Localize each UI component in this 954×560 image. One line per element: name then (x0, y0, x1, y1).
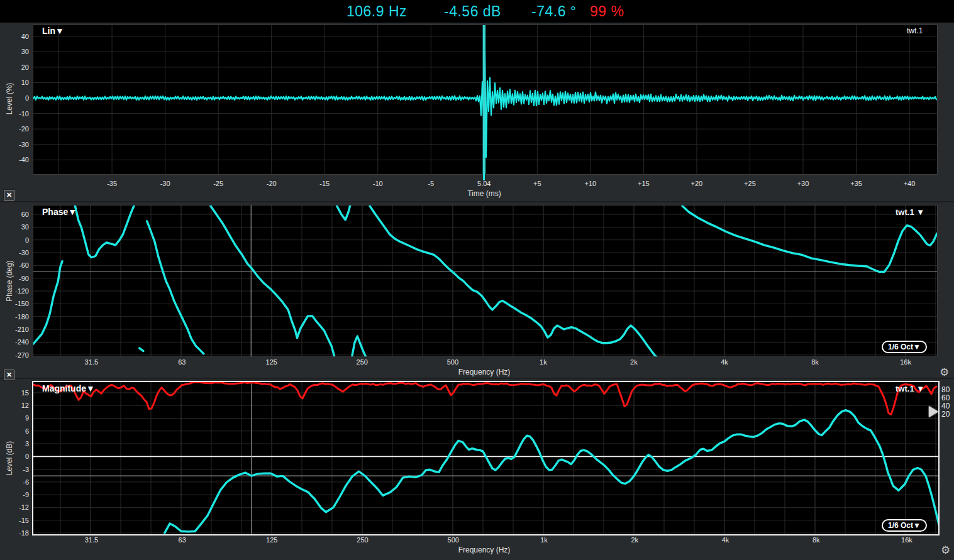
readout-frequency: 106.9 Hz (347, 3, 407, 20)
impulse-x-axis-title: Time (ms) (421, 189, 547, 198)
magnitude-y-tick: -6 (3, 478, 29, 486)
magnitude-trace (165, 410, 938, 534)
impulse-y-tick: -30 (3, 141, 29, 148)
impulse-time-tick: -15 (307, 180, 342, 187)
phase-smoothing-dropdown[interactable]: 1/6 Oct▼ (882, 341, 927, 353)
phase-y-tick: -30 (3, 249, 29, 256)
magnitude-y-tick: 0 (3, 453, 29, 460)
phase-freq-tick: 31.5 (74, 358, 109, 366)
magnitude-y-tick: -9 (3, 491, 29, 498)
phase-y-tick: 0 (3, 236, 29, 244)
magnitude-freq-tick: 2k (617, 536, 652, 544)
coherence-scale-tick: 40 (941, 402, 950, 410)
magnitude-y-tick: 3 (3, 440, 29, 447)
impulse-time-tick: -20 (254, 180, 289, 187)
gear-icon[interactable]: ⚙ (940, 367, 949, 378)
magnitude-x-axis-title: Frequency (Hz) (421, 546, 547, 554)
phase-mode-dropdown[interactable]: Phase▼ (42, 207, 77, 217)
phase-trace (75, 206, 133, 258)
impulse-time-tick: -10 (360, 180, 396, 187)
analyzer-window: 106.9 Hz -4.56 dB -74.6 ° 99 % Lin▼ twt.… (0, 0, 954, 560)
impulse-time-tick: +40 (892, 180, 927, 187)
magnitude-freq-tick: 250 (345, 536, 380, 544)
phase-y-tick: -150 (3, 300, 29, 307)
impulse-time-tick: +25 (732, 180, 767, 187)
impulse-time-tick: +20 (679, 180, 714, 187)
impulse-time-tick: 5.04 (467, 180, 502, 187)
impulse-time-tick: -35 (94, 180, 130, 187)
coherence-scale-tick: 60 (941, 393, 950, 402)
phase-freq-tick: 125 (254, 358, 289, 366)
phase-freq-tick: 2k (616, 358, 652, 366)
magnitude-y-tick: 6 (3, 427, 29, 435)
phase-trace (370, 206, 658, 357)
magnitude-y-tick: -15 (3, 517, 29, 524)
phase-trace-dropdown[interactable]: twt.1 ▼ (896, 207, 924, 217)
magnitude-y-tick: 9 (3, 414, 29, 422)
phase-freq-tick: 4k (707, 358, 742, 366)
magnitude-freq-tick: 31.5 (74, 536, 109, 544)
phase-freq-tick: 250 (345, 358, 380, 366)
pane-divider (0, 201, 954, 202)
coherence-threshold-marker[interactable] (929, 406, 938, 417)
impulse-y-tick: 10 (3, 79, 29, 86)
phase-freq-tick: 63 (164, 358, 199, 366)
impulse-plot[interactable] (33, 25, 937, 174)
impulse-y-tick: 30 (3, 48, 29, 55)
phase-y-tick: 30 (3, 223, 29, 231)
phase-y-tick: -270 (3, 351, 29, 359)
magnitude-y-tick: -12 (3, 503, 29, 511)
impulse-time-tick: +35 (839, 180, 874, 187)
magnitude-y-tick: 15 (3, 389, 29, 397)
close-phase-pane-button[interactable]: ✕ (4, 190, 14, 200)
magnitude-freq-tick: 1k (526, 536, 562, 544)
magnitude-smoothing-dropdown[interactable]: 1/6 Oct▼ (882, 519, 927, 532)
magnitude-y-tick: 12 (3, 402, 29, 409)
magnitude-freq-tick: 63 (165, 536, 200, 544)
coherence-trace (33, 382, 936, 415)
readout-coherence-pct: 99 % (590, 3, 624, 20)
impulse-time-tick: +15 (626, 180, 661, 187)
phase-trace (211, 206, 335, 356)
phase-trace (352, 336, 366, 356)
phase-y-tick: -120 (3, 287, 29, 295)
phase-plot[interactable] (33, 206, 937, 356)
gear-icon[interactable]: ⚙ (941, 545, 950, 556)
impulse-trace-label: twt.1 (907, 26, 923, 35)
phase-trace (147, 221, 204, 354)
readout-level-db: -4.56 dB (444, 3, 501, 20)
magnitude-freq-tick: 4k (707, 536, 743, 544)
impulse-y-tick: 0 (3, 94, 29, 102)
phase-x-axis-title: Frequency (Hz) (421, 368, 547, 376)
phase-y-tick: -240 (3, 338, 29, 346)
magnitude-y-tick: -3 (3, 466, 29, 473)
phase-trace (33, 261, 62, 344)
phase-freq-tick: 16k (888, 358, 923, 366)
impulse-time-tick: -25 (201, 180, 236, 187)
magnitude-mode-dropdown[interactable]: Magnitude▼ (42, 383, 95, 393)
impulse-y-tick: 40 (3, 33, 29, 40)
impulse-y-tick: -10 (3, 110, 29, 118)
pane-divider (0, 378, 954, 379)
phase-freq-tick: 500 (435, 358, 470, 366)
magnitude-freq-tick: 16k (889, 536, 924, 544)
close-magnitude-pane-button[interactable]: ✕ (4, 370, 14, 380)
phase-trace (140, 348, 143, 351)
coherence-scale-tick: 20 (941, 410, 950, 419)
impulse-scale-dropdown[interactable]: Lin▼ (42, 26, 64, 36)
phase-freq-tick: 1k (526, 358, 561, 366)
magnitude-trace-dropdown[interactable]: twt.1 ▼ (896, 384, 924, 393)
coherence-scale-tick: 80 (941, 385, 950, 394)
phase-y-tick: -60 (3, 261, 29, 269)
magnitude-freq-tick: 8k (799, 536, 834, 544)
readout-phase-deg: -74.6 ° (531, 3, 577, 20)
phase-y-tick: -90 (3, 275, 29, 282)
impulse-time-tick: -30 (148, 180, 183, 187)
impulse-time-tick: +10 (573, 180, 608, 187)
impulse-time-tick: -5 (413, 180, 448, 187)
magnitude-y-tick: -18 (3, 529, 29, 537)
magnitude-plot[interactable] (33, 382, 938, 534)
magnitude-freq-tick: 125 (254, 536, 289, 544)
impulse-y-tick: 20 (3, 63, 29, 71)
cursor-readout-bar: 106.9 Hz -4.56 dB -74.6 ° 99 % (0, 0, 954, 23)
